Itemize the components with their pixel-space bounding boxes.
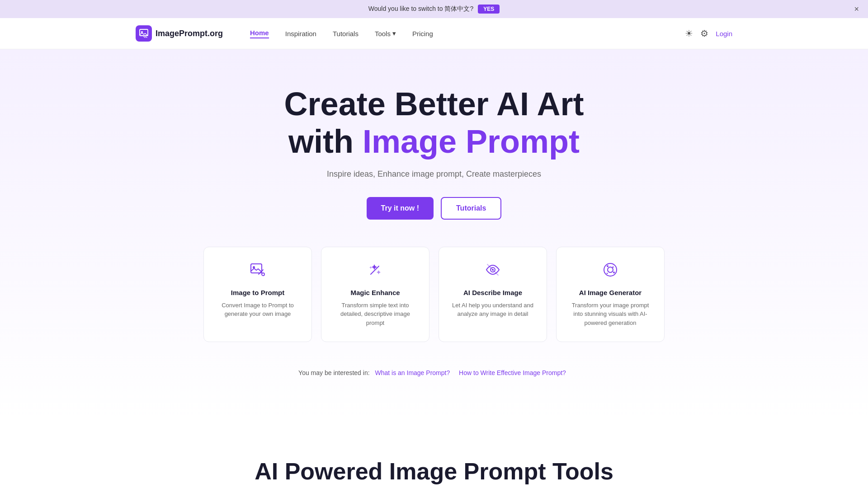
ai-tools-section: AI Powered Image Prompt Tools A complete… bbox=[0, 422, 868, 488]
svg-line-7 bbox=[487, 264, 498, 275]
tutorials-button[interactable]: Tutorials bbox=[441, 197, 501, 220]
feature-cards: Image to Prompt Convert Image to Prompt … bbox=[9, 247, 859, 343]
svg-rect-2 bbox=[251, 264, 262, 273]
interested-link-2[interactable]: How to Write Effective Image Prompt? bbox=[459, 369, 566, 376]
ai-describe-image-icon bbox=[450, 262, 536, 282]
logo-text: ImagePrompt.org bbox=[156, 29, 223, 38]
card-magic-enhance[interactable]: Magic Enhance Transform simple text into… bbox=[321, 247, 429, 343]
theme-toggle-button[interactable]: ☀ bbox=[685, 28, 693, 39]
card-ai-image-generator-desc: Transform your image prompt into stunnin… bbox=[567, 301, 653, 328]
hero-title-line2-purple: Image Prompt bbox=[363, 123, 580, 160]
card-ai-describe-title: AI Describe Image bbox=[450, 289, 536, 296]
svg-point-4 bbox=[262, 273, 264, 276]
hero-subtitle: Inspire ideas, Enhance image prompt, Cre… bbox=[9, 169, 859, 179]
card-magic-enhance-title: Magic Enhance bbox=[332, 289, 418, 296]
hero-section: Create Better AI Art with Image Prompt I… bbox=[0, 49, 868, 422]
card-image-to-prompt-desc: Convert Image to Prompt to generate your… bbox=[215, 301, 301, 319]
card-image-to-prompt-title: Image to Prompt bbox=[215, 289, 301, 296]
logo[interactable]: ImagePrompt.org bbox=[136, 25, 223, 42]
hero-title-line1: Create Better AI Art bbox=[284, 86, 584, 122]
banner-close-button[interactable]: × bbox=[854, 5, 859, 13]
image-to-prompt-icon bbox=[215, 262, 301, 282]
svg-point-10 bbox=[607, 265, 609, 267]
interested-section: You may be interested in: What is an Ima… bbox=[9, 365, 859, 394]
nav-pricing[interactable]: Pricing bbox=[412, 30, 433, 38]
interested-prefix: You may be interested in: bbox=[298, 369, 369, 376]
card-ai-image-generator-title: AI Image Generator bbox=[567, 289, 653, 296]
sun-icon: ☀ bbox=[685, 28, 693, 38]
hero-title-line2-plain: with bbox=[288, 123, 363, 160]
ai-image-generator-icon bbox=[567, 262, 653, 282]
nav-tools[interactable]: Tools ▾ bbox=[375, 29, 396, 38]
card-magic-enhance-desc: Transform simple text into detailed, des… bbox=[332, 301, 418, 328]
card-ai-image-generator[interactable]: AI Image Generator Transform your image … bbox=[556, 247, 665, 343]
try-it-now-button[interactable]: Try it now ! bbox=[367, 197, 434, 220]
hero-buttons: Try it now ! Tutorials bbox=[9, 197, 859, 220]
navigation: ImagePrompt.org Home Inspiration Tutoria… bbox=[0, 18, 868, 49]
nav-right: ☀ ⚙ Login bbox=[685, 28, 732, 39]
svg-point-13 bbox=[607, 272, 608, 274]
translate-icon: ⚙ bbox=[700, 28, 708, 38]
logo-icon bbox=[136, 25, 152, 42]
banner-text: Would you like to switch to 简体中文? bbox=[368, 5, 473, 13]
card-ai-describe-image[interactable]: AI Describe Image Let AI help you unders… bbox=[439, 247, 547, 343]
card-image-to-prompt[interactable]: Image to Prompt Convert Image to Prompt … bbox=[203, 247, 312, 343]
interested-link-1[interactable]: What is an Image Prompt? bbox=[375, 369, 450, 376]
translate-button[interactable]: ⚙ bbox=[700, 28, 708, 39]
nav-inspiration[interactable]: Inspiration bbox=[285, 30, 316, 38]
svg-point-9 bbox=[608, 267, 613, 272]
nav-tutorials[interactable]: Tutorials bbox=[333, 30, 359, 38]
card-ai-describe-desc: Let AI help you understand and analyze a… bbox=[450, 301, 536, 319]
svg-point-8 bbox=[604, 263, 617, 276]
nav-home[interactable]: Home bbox=[250, 29, 269, 38]
top-banner: Would you like to switch to 简体中文? YES × bbox=[0, 0, 868, 18]
ai-tools-heading: AI Powered Image Prompt Tools bbox=[136, 458, 732, 485]
hero-heading: Create Better AI Art with Image Prompt bbox=[9, 85, 859, 160]
banner-yes-button[interactable]: YES bbox=[478, 5, 500, 14]
chevron-down-icon: ▾ bbox=[392, 29, 396, 38]
svg-point-11 bbox=[613, 266, 614, 267]
login-button[interactable]: Login bbox=[716, 30, 732, 38]
nav-links: Home Inspiration Tutorials Tools ▾ Prici… bbox=[250, 29, 667, 38]
magic-enhance-icon bbox=[332, 262, 418, 282]
svg-point-12 bbox=[613, 272, 615, 273]
